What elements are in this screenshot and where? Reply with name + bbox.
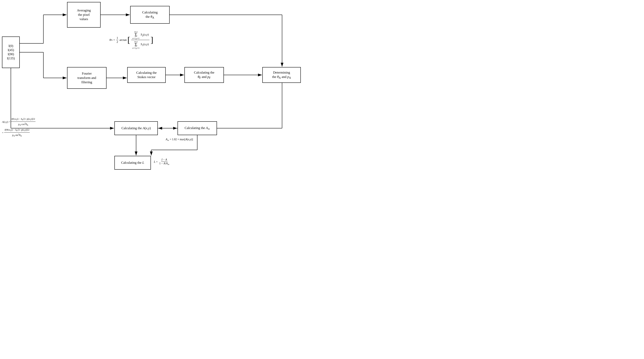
S1-expr: S1(x,y) bbox=[141, 42, 149, 47]
calc-ainf-box: Calculating the A∞ bbox=[178, 121, 217, 135]
axy-formula: A(x,y) = I(0;x,y) − S0·[1−p(x,y)]/2 pA·c… bbox=[2, 116, 89, 138]
calc-axy-box: Calculating the A(x,y) bbox=[114, 121, 158, 135]
right-bracket: ] bbox=[150, 36, 153, 44]
input-box: I(0) I(45) I(90) I(135) bbox=[2, 36, 20, 68]
determining-label: Determiningthe θA and pA bbox=[272, 70, 291, 80]
stokes-box: Calculating theStokes vector bbox=[127, 67, 166, 83]
diagram: I(0) I(45) I(90) I(135) Averagingthe pix… bbox=[0, 0, 322, 180]
sigma-top: m,n Σ x=1,y=1 bbox=[132, 30, 140, 40]
big-fraction: m,n Σ x=1,y=1 S2(x,y) m,n Σ x=1,y=1 S1(x… bbox=[131, 30, 150, 49]
fourier-label: Fouriertransform andfiltering bbox=[78, 72, 96, 84]
averaging-label: Averagingthe pixelvalues bbox=[77, 8, 91, 21]
calc-axy-label: Calculating the A(x,y) bbox=[122, 126, 151, 130]
L-frac: I − A 1 − A/A∞ bbox=[159, 158, 170, 166]
calc-l-label: Calculating the L bbox=[121, 160, 144, 165]
theta-formula: θA = 1 2 arctan [ m,n Σ x=1,y=1 S2(x,y) bbox=[110, 30, 198, 50]
theta-pF-label: Calculating theθF and pF bbox=[194, 70, 214, 80]
ainf-formula: A∞ = 1.02 × max[A(x,y)] bbox=[166, 137, 233, 142]
sigma-bottom: m,n Σ x=1,y=1 bbox=[132, 40, 140, 49]
Axy-frac2: I(90;x,y) − S0·[1−p(x,y)]/2 pA·sin2θA bbox=[4, 128, 30, 138]
l-formula: L = I − A 1 − A/A∞ bbox=[154, 158, 219, 166]
equals-sign: = bbox=[114, 38, 115, 42]
Ainf-expr: A∞ = 1.02 × max[A(x,y)] bbox=[166, 138, 193, 142]
calc-theta-label: Calculatingthe θA bbox=[142, 10, 158, 20]
averaging-box: Averagingthe pixelvalues bbox=[67, 2, 100, 28]
theta-A-symbol: θ bbox=[110, 38, 111, 42]
arctan-text: arctan bbox=[119, 38, 127, 42]
theta-A-sub: A bbox=[111, 39, 112, 41]
left-bracket: [ bbox=[128, 36, 130, 44]
input-line-1: I(0) bbox=[7, 44, 15, 48]
calc-l-box: Calculating the L bbox=[114, 156, 151, 170]
S2-expr: S2(x,y) bbox=[141, 33, 149, 37]
input-line-3: I(90) bbox=[7, 52, 15, 56]
Axy-lhs: A(x,y) = bbox=[2, 120, 10, 124]
Axy-equals2: = bbox=[2, 131, 3, 135]
input-line-4: I(135) bbox=[7, 56, 15, 60]
theta-pF-box: Calculating theθF and pF bbox=[184, 67, 224, 83]
input-line-2: I(45) bbox=[7, 48, 15, 52]
calc-theta-box: Calculatingthe θA bbox=[130, 6, 170, 24]
arrows-svg bbox=[0, 0, 322, 180]
Axy-frac1: I(0;x,y) − S0·[1−p(x,y)]/2 pA·cos2θA bbox=[11, 117, 36, 127]
half-frac: 1 2 bbox=[116, 36, 118, 44]
calc-ainf-label: Calculating the A∞ bbox=[184, 126, 210, 131]
determining-box: Determiningthe θA and pA bbox=[262, 67, 301, 83]
stokes-label: Calculating theStokes vector bbox=[136, 70, 156, 79]
fourier-box: Fouriertransform andfiltering bbox=[67, 67, 106, 89]
L-lhs: L = bbox=[154, 160, 158, 164]
